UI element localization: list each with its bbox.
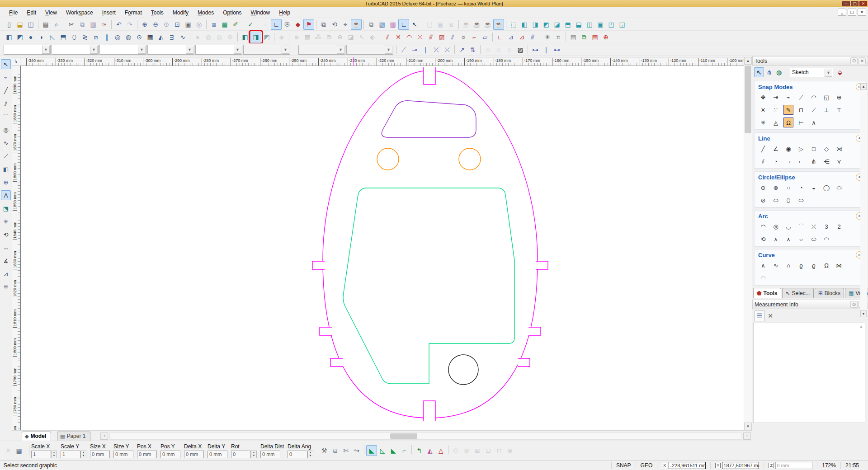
- cut-icon[interactable]: ✂: [66, 19, 77, 30]
- arc-ratio-icon[interactable]: ◠: [821, 234, 831, 244]
- panel-style-icon[interactable]: ⬙: [835, 67, 845, 77]
- fillet-arc-icon[interactable]: ◠: [404, 32, 415, 42]
- dim-triangle-icon[interactable]: ⊿: [1, 269, 11, 279]
- scroll-up-arrow[interactable]: ▲: [744, 57, 752, 65]
- hole-bottom[interactable]: [448, 355, 478, 385]
- wedge-icon[interactable]: ◺: [47, 32, 58, 42]
- undo-icon[interactable]: ↶: [113, 19, 124, 30]
- layers-icon[interactable]: ≣: [1, 282, 11, 292]
- curve-bezier-icon[interactable]: ∧: [758, 260, 768, 270]
- print-icon[interactable]: ▤: [40, 19, 51, 30]
- line-single-icon[interactable]: ╱: [758, 144, 768, 154]
- slab-icon[interactable]: ⧄: [90, 32, 101, 42]
- field-input[interactable]: 0 mm: [137, 451, 157, 458]
- ghost-icon[interactable]: ⚇: [450, 445, 461, 456]
- zoom-out-icon[interactable]: ⊖: [150, 19, 161, 30]
- paste-icon[interactable]: ▥: [88, 19, 99, 30]
- snap-quadrant-icon[interactable]: ⊕: [834, 92, 844, 102]
- paint-tri-icon[interactable]: ◭: [425, 445, 435, 456]
- page-setup-icon[interactable]: ▧: [377, 19, 387, 30]
- arc-three-point-icon[interactable]: ⌒: [796, 221, 806, 231]
- point-a-icon[interactable]: ⊶: [530, 44, 541, 55]
- hatch-doc-icon[interactable]: ▨: [436, 32, 447, 42]
- menu-tools[interactable]: Tools: [146, 8, 168, 17]
- horizontal-ruler[interactable]: -340 mm-330 mm-320 mm-310 mm-300 mm-290 …: [20, 57, 744, 66]
- node-seg-icon[interactable]: ⊸: [409, 44, 420, 55]
- arc-123-icon[interactable]: 3: [821, 221, 831, 231]
- field-input[interactable]: 0: [288, 451, 307, 458]
- horizontal-scrollbar[interactable]: [109, 432, 741, 440]
- snap-burst-icon[interactable]: ✳: [542, 32, 553, 42]
- snap-arc-center-icon[interactable]: ◠: [809, 92, 819, 102]
- ellipse-icon[interactable]: ⬭: [771, 195, 781, 205]
- group-copy-icon[interactable]: ⧇: [291, 32, 302, 42]
- panel-node-edit-icon[interactable]: ⋔: [764, 67, 774, 77]
- bottom-slot[interactable]: [424, 401, 435, 421]
- close-icon[interactable]: ✕: [859, 57, 866, 64]
- snap-perp-icon[interactable]: ⊥: [821, 105, 831, 115]
- snap-grid-icon[interactable]: ⌗: [553, 32, 564, 42]
- ellipse-dash3-icon[interactable]: ◌: [504, 44, 515, 55]
- field-input[interactable]: 0 mm: [160, 451, 180, 458]
- arc-132-icon[interactable]: 2: [834, 221, 844, 231]
- gem-icon[interactable]: ⬖: [367, 32, 378, 42]
- chevron-down-icon[interactable]: ▼: [42, 46, 50, 54]
- snap-free-icon[interactable]: ✥: [758, 92, 768, 102]
- arc-start-end-icon[interactable]: ◡: [783, 221, 793, 231]
- parallel-tool-icon[interactable]: ⫽: [1, 99, 11, 108]
- curve-spiral-icon[interactable]: ϱ: [796, 260, 806, 270]
- chevron-down-icon[interactable]: ▼: [186, 46, 193, 54]
- scroll-right-arrow[interactable]: ›: [743, 432, 751, 440]
- prism-icon[interactable]: ⬒: [58, 32, 69, 42]
- line-tangent-arc-icon[interactable]: ◔: [771, 156, 781, 166]
- curve-cloud-icon[interactable]: Ω: [821, 260, 831, 270]
- sphere-icon[interactable]: ●: [25, 32, 36, 42]
- iso-view-7-icon[interactable]: ⬓: [573, 19, 584, 30]
- no2-grey-icon[interactable]: ⊗: [505, 445, 515, 456]
- arc-smooth-icon[interactable]: ⌣: [796, 234, 806, 244]
- vertical-ruler[interactable]: 1890 mm1880 mm1870 mm1860 mm1850 mm1840 …: [12, 66, 20, 430]
- arc-tangent-icon[interactable]: ⤫: [809, 221, 819, 231]
- ellipse-dash2-icon[interactable]: ◌: [493, 44, 504, 55]
- menu-help[interactable]: Help: [274, 8, 295, 17]
- ring-icon[interactable]: ◍: [123, 32, 134, 42]
- zoom-window-icon[interactable]: ⊡: [172, 19, 183, 30]
- menu-edit[interactable]: Edit: [22, 8, 41, 17]
- line-irregular-icon[interactable]: ▷: [796, 144, 806, 154]
- property-combo-5[interactable]: ▼: [195, 45, 242, 55]
- field-input[interactable]: 0 mm: [260, 451, 280, 458]
- menu-insert[interactable]: Insert: [98, 8, 120, 17]
- curve-arc-grey-icon[interactable]: ◠: [758, 273, 768, 283]
- menu-modes[interactable]: Modes: [193, 8, 218, 17]
- pin-icon[interactable]: ⊙: [850, 57, 858, 64]
- palette-scroll-up-arrow[interactable]: ▲: [860, 83, 867, 90]
- break-icon[interactable]: ⤫: [415, 32, 425, 42]
- x-coordinate-field[interactable]: -228,961511 mm: [669, 462, 706, 469]
- horizontal-scroll-thumb[interactable]: [390, 433, 417, 439]
- snap-rubber-icon[interactable]: ⊓: [796, 105, 806, 115]
- property-combo-1[interactable]: ▼: [4, 45, 51, 55]
- spinner[interactable]: ▲▼: [251, 451, 257, 458]
- text-3d-icon[interactable]: ᴟ: [166, 32, 177, 42]
- arc-perp-icon[interactable]: ⋏: [783, 234, 793, 244]
- back-arrow-icon[interactable]: ↰: [414, 445, 425, 456]
- boolean-add-icon[interactable]: ◧: [240, 32, 250, 42]
- left-tab-3[interactable]: [330, 358, 343, 367]
- iso-view-3-icon[interactable]: ◨: [530, 19, 541, 30]
- property-combo-7[interactable]: ▼: [298, 45, 345, 55]
- sphere-grey3-icon[interactable]: ◎: [214, 32, 225, 42]
- tab-paper-1[interactable]: ▤Paper 1: [57, 432, 90, 441]
- ellipse-ratio-icon[interactable]: ⬭: [796, 195, 806, 205]
- mi-list-icon[interactable]: ☰: [754, 310, 765, 321]
- clipboard-up-icon[interactable]: ▤: [568, 32, 579, 42]
- sphere-grey1-icon[interactable]: ●: [192, 32, 203, 42]
- render-hidden-icon[interactable]: ☕: [472, 19, 482, 30]
- snap-vertex-icon[interactable]: ⇥: [771, 92, 781, 102]
- ellipse-fixed-icon[interactable]: ⬯: [783, 195, 793, 205]
- snap-intersection-icon[interactable]: ✕: [758, 105, 768, 115]
- curve-3d-icon[interactable]: ∿: [177, 32, 188, 42]
- tab-blocks[interactable]: ⊞Blocks: [815, 288, 844, 298]
- boolean-subtract-icon[interactable]: ◨: [250, 32, 261, 42]
- snap-angle-icon[interactable]: ∧: [809, 118, 819, 127]
- box-tool-icon[interactable]: ◧: [1, 164, 11, 174]
